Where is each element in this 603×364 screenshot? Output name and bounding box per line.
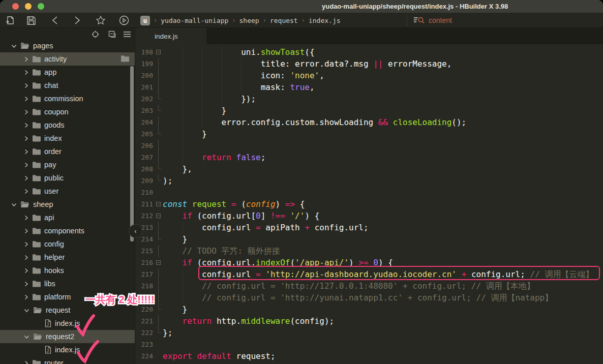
token-fg: }; xyxy=(163,328,172,338)
annotation-checkmark-2 xyxy=(76,340,100,364)
token-fg: } xyxy=(183,234,188,244)
folder-icon xyxy=(32,359,41,364)
folder-icon xyxy=(32,227,41,234)
run-button[interactable] xyxy=(117,14,131,26)
token-fg: mask: xyxy=(261,82,290,92)
tree-item-config[interactable]: config xyxy=(0,237,135,251)
tree-item-public[interactable]: public xyxy=(0,171,135,185)
tree-item-order[interactable]: order xyxy=(0,145,135,158)
code-line-210: 210 xyxy=(135,187,603,198)
fold-guide xyxy=(156,315,161,327)
code-editor[interactable]: 198 uni.showToast({199 title: error.data… xyxy=(135,44,603,364)
line-number: 206 xyxy=(135,140,153,151)
collapse-all-icon xyxy=(108,31,116,38)
favorite-button[interactable] xyxy=(94,14,107,26)
tree-item-libs[interactable]: libs xyxy=(0,277,135,290)
token-com: // config.url = 'http://127.0.0.1:48080'… xyxy=(202,281,535,291)
fold-toggle[interactable] xyxy=(156,198,161,210)
tree-item-pages[interactable]: pages xyxy=(0,39,135,52)
tree-item-sheep[interactable]: sheep xyxy=(0,198,135,211)
breadcrumb-item-sheep[interactable]: sheep xyxy=(239,17,259,24)
sidebar-scrollbar[interactable] xyxy=(130,66,134,241)
tree-item-hooks[interactable]: hooks xyxy=(0,264,135,277)
save-button[interactable] xyxy=(24,14,38,26)
token-fg: (); xyxy=(451,117,466,127)
forward-icon xyxy=(74,16,81,25)
tree-item-activity[interactable]: activity xyxy=(0,52,135,66)
tree-item-index[interactable]: index xyxy=(0,132,135,145)
tree-item-coupon[interactable]: coupon xyxy=(0,105,135,118)
fold-toggle[interactable] xyxy=(156,210,161,222)
collapse-folders-button[interactable] xyxy=(107,29,116,39)
token-fg: ) xyxy=(276,199,285,209)
toolbar: u › yudao-mall-uniapp › sheep › request … xyxy=(0,13,603,28)
sidebar-collapse-handle[interactable]: ‹ xyxy=(129,224,142,238)
token-fg xyxy=(231,153,236,162)
back-button[interactable] xyxy=(48,14,62,26)
fold-toggle[interactable] xyxy=(156,46,161,58)
code-text: }; xyxy=(163,327,172,339)
folder-icon xyxy=(32,214,41,221)
annotation-checkmark-1 xyxy=(75,314,96,337)
line-number: 208 xyxy=(135,163,153,175)
tree-item-user[interactable]: user xyxy=(0,185,135,198)
fold-toggle[interactable] xyxy=(156,257,161,268)
folder-icon xyxy=(32,69,41,76)
token-kw: return xyxy=(202,153,231,162)
tree-item-app[interactable]: app xyxy=(0,66,135,79)
line-number: 209 xyxy=(135,175,153,187)
code-text: // config.url = 'http://yunai.natapp1.cc… xyxy=(163,292,553,304)
tree-item-helper[interactable]: helper xyxy=(0,251,135,264)
chevron-right-icon xyxy=(24,96,28,102)
folder-icon xyxy=(32,293,41,300)
breadcrumb-item-request[interactable]: request xyxy=(270,17,298,24)
minimize-button[interactable] xyxy=(25,3,32,10)
tree-item-label: request xyxy=(46,306,70,314)
token-kw: = xyxy=(231,199,236,209)
line-number: 224 xyxy=(135,350,153,362)
tree-item-router[interactable]: router xyxy=(0,356,135,364)
line-number: 200 xyxy=(135,70,153,81)
tree-item-goods[interactable]: goods xyxy=(0,118,135,132)
tree-item-index-js[interactable]: Jindex.js xyxy=(0,317,135,330)
line-number: 222 xyxy=(135,327,153,339)
code-text: title: error.data?.msg || errorMessage, xyxy=(163,58,451,70)
new-file-button[interactable] xyxy=(4,14,17,26)
token-fg: , xyxy=(310,82,315,92)
code-line-201: 201 mask: true, xyxy=(135,81,603,93)
tree-item-pay[interactable]: pay xyxy=(0,158,135,171)
tree-item-chat[interactable]: chat xyxy=(0,79,135,92)
token-fg: ( xyxy=(236,199,246,209)
js-file-icon: J xyxy=(45,346,51,354)
token-kw: => xyxy=(285,199,295,209)
chevron-right-icon xyxy=(24,241,28,247)
tree-item-label: pages xyxy=(33,42,53,50)
tree-item-api[interactable]: api xyxy=(0,211,135,224)
breadcrumb-item-file[interactable]: index.js xyxy=(309,17,341,24)
chevron-right-icon xyxy=(24,136,28,141)
search-field[interactable]: content xyxy=(407,14,603,26)
token-kw: !== xyxy=(270,211,285,221)
tab-index-js[interactable]: index.js xyxy=(135,28,206,44)
folder-icon xyxy=(32,122,41,129)
tree-item-index-js[interactable]: Jindex.js xyxy=(0,343,135,356)
chevron-right-icon xyxy=(24,149,28,155)
token-kw: if xyxy=(183,211,192,221)
token-fg: ) { xyxy=(305,211,319,221)
folder-icon xyxy=(32,188,41,195)
tree-item-components[interactable]: components xyxy=(0,224,135,237)
annotation-note: 一共有 2 处!!!!! xyxy=(81,290,173,308)
tree-item-commission[interactable]: commission xyxy=(0,92,135,105)
close-button[interactable] xyxy=(12,3,19,10)
zoom-button[interactable] xyxy=(38,3,44,10)
folder-open-icon xyxy=(33,307,42,314)
code-line-213: 213 config.url = apiPath + config.url; xyxy=(135,222,603,233)
breadcrumb-item-project[interactable]: yudao-mall-uniapp xyxy=(161,17,228,24)
forward-button[interactable] xyxy=(71,14,84,26)
locate-file-button[interactable] xyxy=(91,29,100,39)
token-param: config xyxy=(246,199,276,209)
token-fn: showToast xyxy=(261,47,305,57)
chevron-down-icon xyxy=(11,202,17,207)
sidebar-menu-button[interactable] xyxy=(123,29,132,39)
tree-item-request2[interactable]: request2 xyxy=(0,330,135,343)
